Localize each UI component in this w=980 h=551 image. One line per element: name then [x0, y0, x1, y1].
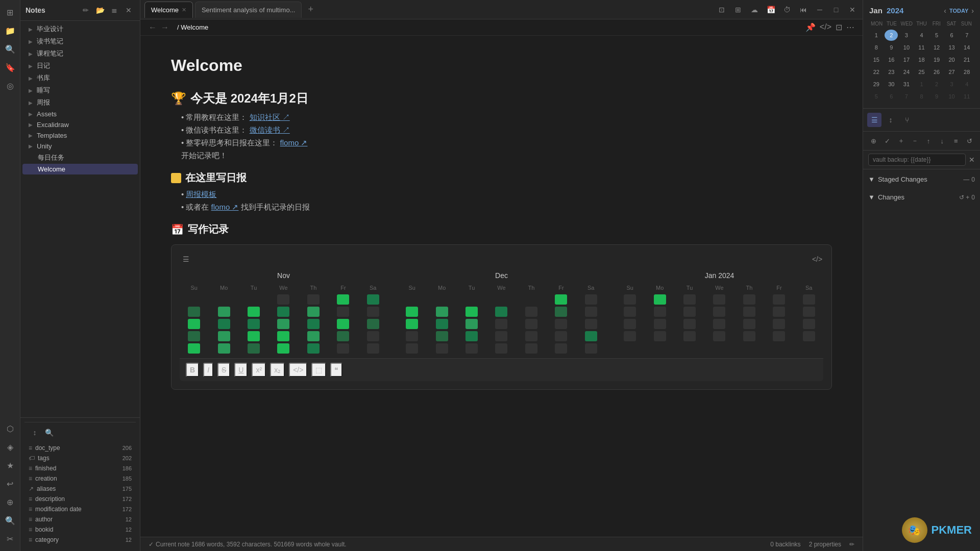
rp-list-btn[interactable]: ≡	[950, 135, 961, 147]
prop-description[interactable]: ≡ description 172	[24, 494, 136, 504]
more-options-btn[interactable]: ⋯	[846, 22, 854, 32]
tree-item-assets[interactable]: ▶ Assets	[22, 109, 138, 119]
cal-today-btn[interactable]: TODAY	[949, 8, 968, 14]
sort-props-btn[interactable]: ↕	[29, 427, 41, 439]
sidebar-icon-back[interactable]: ↩	[2, 475, 18, 492]
cal-day-2[interactable]: 2	[885, 30, 898, 41]
link-flomo-1[interactable]: flomo ↗	[280, 138, 308, 147]
cal-day-30[interactable]: 30	[885, 79, 898, 90]
cal-day-29[interactable]: 29	[870, 79, 883, 90]
cal-day-12[interactable]: 12	[930, 42, 943, 53]
bookmark-action-btn[interactable]: 📌	[805, 22, 816, 32]
cal-day-21[interactable]: 21	[960, 54, 973, 65]
cal-day-26[interactable]: 26	[930, 66, 943, 78]
cal-day-1[interactable]: 1	[870, 30, 883, 41]
rp-minus-btn[interactable]: －	[910, 135, 920, 147]
cal-day-next-1[interactable]: 1	[915, 79, 928, 90]
staged-changes-header[interactable]: ▼ Staged Changes — 0	[868, 173, 975, 185]
cal-day-next-10[interactable]: 10	[945, 91, 959, 102]
sort-btn[interactable]: ≣	[108, 4, 120, 16]
cal-day-8[interactable]: 8	[870, 42, 883, 53]
sidebar-icon-graph[interactable]: ⬡	[2, 420, 18, 437]
sidebar-icon-navigate[interactable]: ◎	[2, 78, 18, 94]
cal-day-18[interactable]: 18	[915, 54, 928, 65]
prop-bookid[interactable]: ≡ bookid 12	[24, 524, 136, 535]
close-panel-btn[interactable]: ✕	[122, 4, 135, 16]
rp-tab-sort[interactable]: ↕	[884, 113, 898, 127]
backlinks-count[interactable]: 0 backlinks	[770, 541, 800, 548]
cal-day-13[interactable]: 13	[945, 42, 959, 53]
tab-add-btn[interactable]: +	[304, 4, 317, 15]
fmt-subscript-btn[interactable]: x₂	[270, 363, 285, 377]
cal-day-16[interactable]: 16	[885, 54, 898, 65]
tree-item-unity[interactable]: ▶ Unity	[22, 141, 138, 152]
prop-aliases[interactable]: ↗ aliases 175	[24, 484, 136, 494]
tree-item-kechengjishi[interactable]: ▶ 课程笔记	[22, 47, 138, 60]
fmt-bold-btn[interactable]: B	[186, 363, 199, 377]
cal-day-5[interactable]: 5	[930, 30, 943, 41]
search-props-btn[interactable]: 🔍	[43, 427, 55, 439]
sidebar-icon-bookmark[interactable]: 🔖	[2, 59, 18, 76]
cal-day-19[interactable]: 19	[930, 54, 943, 65]
tree-item-bijiyeshe[interactable]: ▶ 毕业设计	[22, 23, 138, 35]
nav-forward-btn[interactable]: →	[161, 23, 169, 32]
link-zhoubao[interactable]: 周报模板	[186, 190, 216, 198]
cal-day-15[interactable]: 15	[870, 54, 883, 65]
cal-day-27[interactable]: 27	[945, 66, 959, 78]
sidebar-icon-search[interactable]: 🔍	[2, 41, 18, 57]
fmt-highlight-btn[interactable]: ⬚	[311, 363, 326, 377]
rp-download-btn[interactable]: ↓	[937, 135, 947, 147]
calendar-btn[interactable]: 📅	[765, 4, 777, 16]
cal-code-btn[interactable]: </>	[811, 253, 823, 265]
cal-next-btn[interactable]: ›	[971, 7, 974, 15]
cal-day-next-8[interactable]: 8	[915, 91, 928, 102]
fmt-code-btn[interactable]: </>	[289, 363, 307, 377]
cal-day-next-9[interactable]: 9	[930, 91, 943, 102]
cal-day-31[interactable]: 31	[900, 79, 913, 90]
properties-count[interactable]: 2 properties	[809, 541, 841, 548]
cal-day-next-5[interactable]: 5	[870, 91, 883, 102]
cal-day-4[interactable]: 4	[915, 30, 928, 41]
changes-header[interactable]: ▼ Changes ↺ + 0	[868, 191, 975, 203]
cal-day-11[interactable]: 11	[915, 42, 928, 53]
tree-item-meirirenwu[interactable]: 每日任务	[22, 152, 138, 164]
edit-icon[interactable]: ✏	[849, 541, 854, 548]
cal-day-next-11[interactable]: 11	[960, 91, 973, 102]
cal-day-14[interactable]: 14	[960, 42, 973, 53]
cal-day-9[interactable]: 9	[885, 42, 898, 53]
cal-day-next-4[interactable]: 4	[960, 79, 973, 90]
sidebar-icon-panels[interactable]: ⊞	[2, 4, 18, 20]
link-zhishi[interactable]: 知识社区 ↗	[250, 113, 290, 121]
tree-item-dushubiji[interactable]: ▶ 读书笔记	[22, 35, 138, 47]
cal-day-next-6[interactable]: 6	[885, 91, 898, 102]
cal-day-3[interactable]: 3	[900, 30, 913, 41]
rp-refresh-btn[interactable]: ↺	[964, 135, 975, 147]
new-note-btn[interactable]: ✏	[80, 4, 92, 16]
prop-doc-type[interactable]: ≡ doc_type 206	[24, 443, 136, 453]
timer-btn[interactable]: ⏱	[781, 4, 793, 16]
rp-check-btn[interactable]: ✓	[882, 135, 893, 147]
split-view-btn[interactable]: ⊞	[732, 4, 744, 16]
cal-day-24[interactable]: 24	[900, 66, 913, 78]
fmt-underline-btn[interactable]: U	[234, 363, 248, 377]
editor-content[interactable]: Welcome 🏆 今天是 2024年1月2日 • 常用教程在这里： 知识社区 …	[140, 36, 863, 537]
prop-category[interactable]: ≡ category 12	[24, 535, 136, 545]
cal-day-28[interactable]: 28	[960, 66, 973, 78]
fmt-italic-btn[interactable]: I	[203, 363, 213, 377]
sidebar-icon-template[interactable]: ⊕	[2, 494, 18, 510]
cal-day-22[interactable]: 22	[870, 66, 883, 78]
prop-modification-date[interactable]: ≡ modification date 172	[24, 504, 136, 514]
search-clear-btn[interactable]: ✕	[969, 156, 975, 164]
rp-add-btn[interactable]: ⊕	[868, 135, 879, 147]
prop-tags[interactable]: 🏷 tags 202	[24, 453, 136, 463]
link-weixin[interactable]: 微信读书 ↗	[250, 126, 290, 134]
cal-menu-btn[interactable]: ☰	[180, 253, 192, 265]
prop-creation[interactable]: ≡ creation 185	[24, 473, 136, 484]
reading-mode-btn[interactable]: ⊡	[836, 22, 842, 32]
cal-day-23[interactable]: 23	[885, 66, 898, 78]
code-action-btn[interactable]: </>	[820, 22, 831, 32]
rp-tab-list[interactable]: ☰	[867, 113, 881, 127]
tree-item-zhoubao[interactable]: ▶ 周报	[22, 96, 138, 109]
collapse-sidebar-btn[interactable]: ⊡	[716, 4, 728, 16]
cal-day-next-2[interactable]: 2	[930, 79, 943, 90]
